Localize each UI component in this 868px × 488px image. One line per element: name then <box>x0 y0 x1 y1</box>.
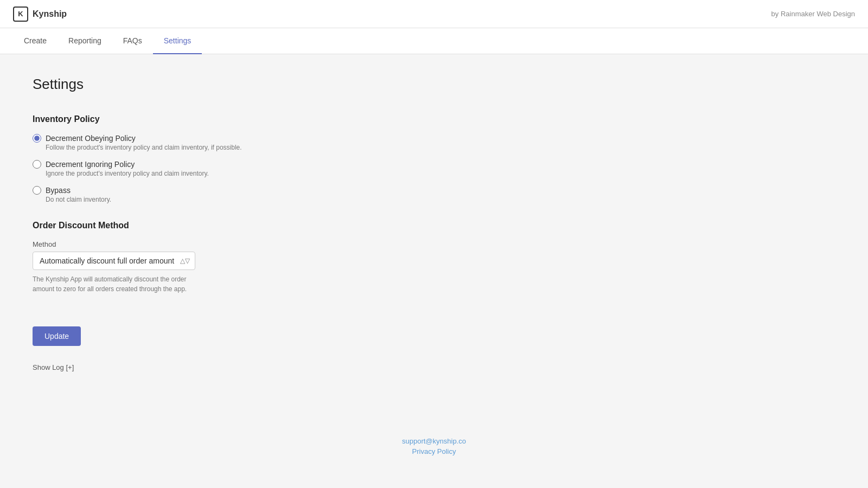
method-field-label: Method <box>33 240 456 248</box>
inventory-policy-title: Inventory Policy <box>33 114 456 124</box>
show-log-link[interactable]: Show Log [+] <box>33 363 456 371</box>
main-content: Settings Inventory Policy Decrement Obey… <box>0 54 488 393</box>
header: K Kynship by Rainmaker Web Design <box>0 0 868 28</box>
method-select-wrapper: Automatically discount full order amount… <box>33 252 195 270</box>
app-name: Kynship <box>33 9 67 19</box>
radio-desc-decrement-ignoring: Ignore the product's inventory policy an… <box>46 170 456 177</box>
radio-label-decrement-ignoring[interactable]: Decrement Ignoring Policy <box>46 160 135 169</box>
radio-label-decrement-obeying[interactable]: Decrement Obeying Policy <box>46 134 136 143</box>
tab-faqs[interactable]: FAQs <box>112 28 153 54</box>
order-discount-section: Order Discount Method Method Automatical… <box>33 221 456 294</box>
radio-item-decrement-obeying: Decrement Obeying Policy Follow the prod… <box>33 134 456 151</box>
radio-decrement-obeying[interactable] <box>33 134 41 143</box>
tab-settings[interactable]: Settings <box>153 28 202 54</box>
radio-item-bypass: Bypass Do not claim inventory. <box>33 186 456 203</box>
logo-icon: K <box>13 7 28 22</box>
privacy-policy-link[interactable]: Privacy Policy <box>412 447 456 455</box>
method-select[interactable]: Automatically discount full order amount… <box>33 252 195 270</box>
radio-decrement-ignoring[interactable] <box>33 160 41 169</box>
tab-create[interactable]: Create <box>13 28 58 54</box>
navigation: Create Reporting FAQs Settings <box>0 28 868 54</box>
footer: support@kynship.co Privacy Policy <box>0 437 868 455</box>
order-discount-title: Order Discount Method <box>33 221 456 230</box>
app-logo: K Kynship <box>13 7 67 22</box>
support-email-link[interactable]: support@kynship.co <box>402 437 466 445</box>
radio-label-bypass[interactable]: Bypass <box>46 186 71 195</box>
header-byline: by Rainmaker Web Design <box>771 10 855 18</box>
inventory-policy-section: Inventory Policy Decrement Obeying Polic… <box>33 114 456 203</box>
inventory-policy-options: Decrement Obeying Policy Follow the prod… <box>33 134 456 203</box>
radio-bypass[interactable] <box>33 186 41 195</box>
tab-reporting[interactable]: Reporting <box>58 28 112 54</box>
update-button[interactable]: Update <box>33 326 81 346</box>
radio-item-decrement-ignoring: Decrement Ignoring Policy Ignore the pro… <box>33 160 456 177</box>
method-hint: The Kynship App will automatically disco… <box>33 274 195 294</box>
radio-desc-bypass: Do not claim inventory. <box>46 196 456 203</box>
radio-desc-decrement-obeying: Follow the product's inventory policy an… <box>46 144 456 151</box>
page-title: Settings <box>33 76 456 93</box>
